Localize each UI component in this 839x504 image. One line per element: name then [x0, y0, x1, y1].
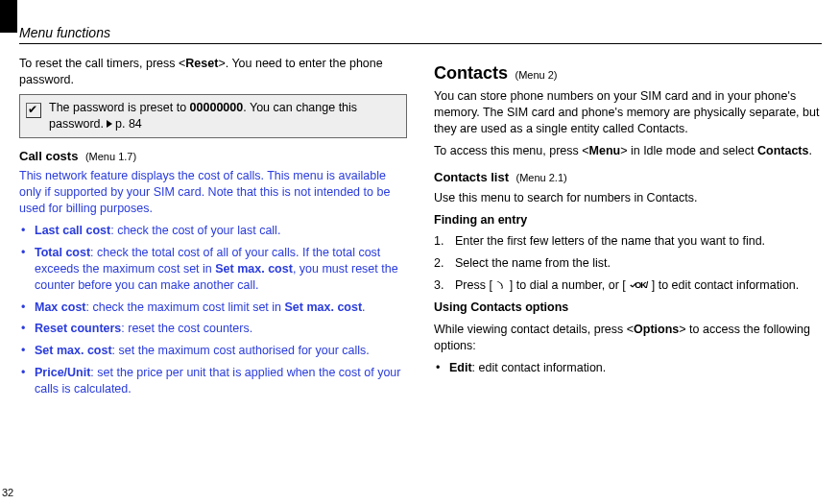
left-column: To reset the call timers, press <Reset>.… — [19, 56, 407, 485]
step-text: ] to dial a number, or [ — [506, 278, 629, 292]
bullet-desc: : set the price per unit that is applied… — [35, 366, 400, 396]
call-costs-description: This network feature displays the cost o… — [19, 168, 407, 217]
step-number: 2. — [434, 255, 443, 272]
reset-keyword: Reset — [185, 57, 218, 70]
contacts-keyword: Contacts — [757, 144, 808, 157]
step-text: Enter the first few letters of the name … — [455, 234, 765, 248]
step-text: ] to edit contact information. — [648, 278, 799, 292]
finding-entry-steps: 1.Enter the first few letters of the nam… — [434, 233, 822, 294]
bullet-label: Set max. cost — [35, 344, 112, 357]
bullet-desc: : edit contact information. — [472, 361, 607, 374]
text: . — [808, 144, 811, 157]
page-tab-decoration — [0, 0, 17, 33]
right-column: Contacts (Menu 2) You can store phone nu… — [434, 56, 822, 485]
page-header-title: Menu functions — [19, 25, 110, 40]
bullet-desc: : check the maximum cost limit set in — [86, 300, 285, 314]
dial-icon — [495, 280, 506, 291]
note-password: 00000000 — [190, 101, 244, 114]
list-item: 2.Select the name from the list. — [455, 255, 822, 272]
finding-entry-heading: Finding an entry — [434, 212, 822, 228]
list-item: Price/Unit: set the price per unit that … — [33, 365, 407, 397]
bullet-label: Reset counters — [35, 322, 121, 335]
section-title: Contacts list — [434, 170, 509, 184]
bullet-label: Max cost — [35, 300, 86, 314]
contacts-list-description: Use this menu to search for numbers in C… — [434, 190, 822, 206]
list-item: 3.Press [ ] to dial a number, or [ OK/ ]… — [455, 277, 822, 294]
section-subtitle: (Menu 1.7) — [85, 151, 136, 162]
step-number: 1. — [434, 233, 443, 250]
text: To reset the call timers, press < — [19, 57, 185, 70]
options-bullets: Edit: edit contact information. — [434, 360, 822, 376]
contacts-list-heading: Contacts list (Menu 2.1) — [434, 169, 822, 186]
text: While viewing contact details, press < — [434, 323, 634, 336]
reference-arrow-icon — [107, 120, 112, 128]
options-description: While viewing contact details, press <Op… — [434, 322, 822, 354]
checkmark-icon — [26, 103, 41, 118]
section-title: Call costs — [19, 149, 78, 163]
call-costs-bullets: Last call cost: check the cost of your l… — [19, 223, 407, 397]
list-item: Last call cost: check the cost of your l… — [33, 223, 407, 239]
bullet-bold: Set max. cost — [285, 300, 363, 314]
contacts-heading: Contacts (Menu 2) — [434, 61, 822, 84]
options-heading: Using Contacts options — [434, 300, 822, 316]
header-divider — [19, 43, 822, 44]
bullet-desc: . — [362, 300, 365, 314]
step-text: Select the name from the list. — [455, 256, 611, 270]
contacts-access: To access this menu, press <Menu> in Idl… — [434, 143, 822, 159]
bullet-label: Price/Unit — [35, 366, 90, 379]
list-item: Edit: edit contact information. — [447, 360, 822, 376]
step-text: Press [ — [455, 278, 495, 292]
section-subtitle: (Menu 2.1) — [516, 172, 567, 183]
contacts-description: You can store phone numbers on your SIM … — [434, 88, 822, 137]
section-subtitle: (Menu 2) — [515, 69, 558, 81]
page-number: 32 — [2, 487, 13, 498]
call-costs-heading: Call costs (Menu 1.7) — [19, 148, 407, 165]
bullet-desc: : set the maximum cost authorised for yo… — [112, 344, 370, 357]
bullet-desc: : check the cost of your last call. — [110, 224, 280, 237]
ok-icon: OK/ — [629, 280, 648, 291]
note-page-ref: p. 84 — [115, 117, 142, 131]
section-title: Contacts — [434, 63, 508, 83]
text: > in Idle mode and select — [620, 144, 757, 157]
note-box: The password is preset to 00000000. You … — [19, 94, 407, 138]
list-item: Reset counters: reset the cost counters. — [33, 321, 407, 337]
list-item: Max cost: check the maximum cost limit s… — [33, 300, 407, 316]
content-columns: To reset the call timers, press <Reset>.… — [19, 56, 822, 485]
note-text: The password is preset to — [49, 101, 190, 114]
list-item: Total cost: check the total cost of all … — [33, 245, 407, 294]
bullet-bold: Set max. cost — [215, 262, 293, 276]
menu-keyword: Menu — [589, 144, 621, 157]
options-keyword: Options — [634, 323, 679, 336]
bullet-desc: : reset the cost counters. — [121, 322, 252, 335]
step-number: 3. — [434, 277, 443, 294]
text: To access this menu, press < — [434, 144, 589, 157]
reset-instruction: To reset the call timers, press <Reset>.… — [19, 56, 407, 88]
bullet-label: Last call cost — [35, 224, 110, 237]
list-item: Set max. cost: set the maximum cost auth… — [33, 343, 407, 359]
manual-page: Menu functions To reset the call timers,… — [0, 0, 839, 504]
bullet-label: Total cost — [35, 246, 90, 259]
bullet-label: Edit — [449, 361, 472, 374]
list-item: 1.Enter the first few letters of the nam… — [455, 233, 822, 250]
